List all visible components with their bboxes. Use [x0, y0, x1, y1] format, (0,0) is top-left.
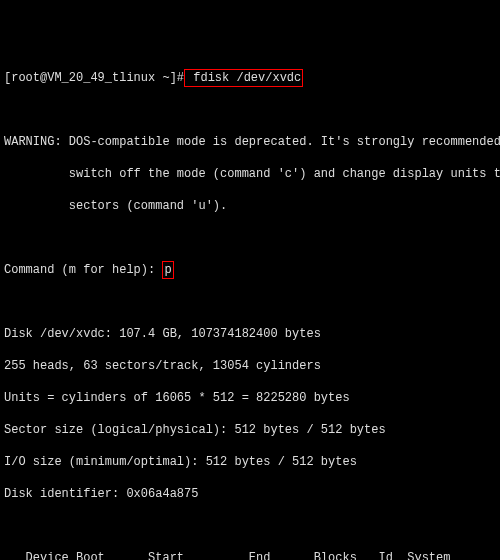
disk-info-2: 255 heads, 63 sectors/track, 13054 cylin…	[4, 358, 500, 374]
prompt-line-1: [root@VM_20_49_tlinux ~]# fdisk /dev/xvd…	[4, 70, 500, 86]
disk-info-6: Disk identifier: 0x06a4a875	[4, 486, 500, 502]
cmd-p-line: Command (m for help): p	[4, 262, 500, 278]
warning-line-1: WARNING: DOS-compatible mode is deprecat…	[4, 134, 500, 150]
warning-line-3: sectors (command 'u').	[4, 198, 500, 214]
disk-info-5: I/O size (minimum/optimal): 512 bytes / …	[4, 454, 500, 470]
disk-info-4: Sector size (logical/physical): 512 byte…	[4, 422, 500, 438]
disk-info-1: Disk /dev/xvdc: 107.4 GB, 107374182400 b…	[4, 326, 500, 342]
cmd-p[interactable]: p	[162, 261, 173, 279]
shell-prompt: [root@VM_20_49_tlinux ~]#	[4, 71, 184, 85]
disk-info-3: Units = cylinders of 16065 * 512 = 82252…	[4, 390, 500, 406]
blank-line	[4, 518, 500, 534]
blank-line	[4, 294, 500, 310]
warning-line-2: switch off the mode (command 'c') and ch…	[4, 166, 500, 182]
cmd-fdisk[interactable]: fdisk /dev/xvdc	[184, 69, 303, 87]
blank-line	[4, 230, 500, 246]
partition-header: Device Boot Start End Blocks Id System	[4, 550, 500, 560]
cmd-prompt-label: Command (m for help):	[4, 263, 162, 277]
blank-line	[4, 102, 500, 118]
